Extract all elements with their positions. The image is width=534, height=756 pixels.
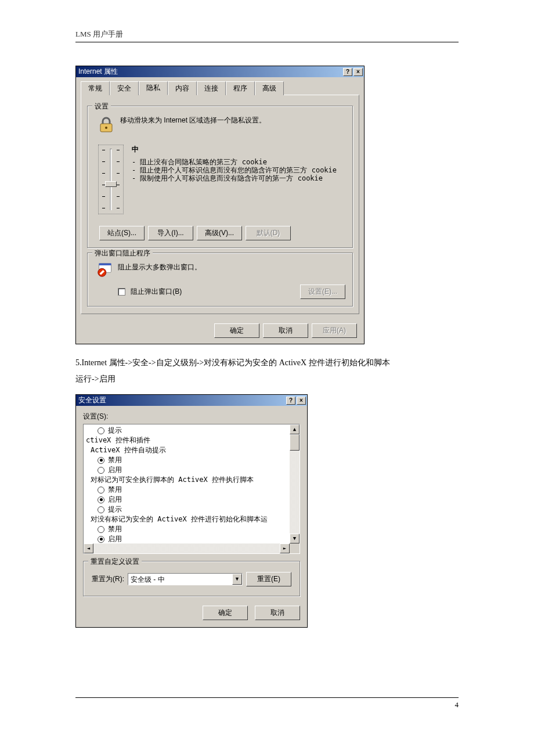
privacy-bullet: 阻止没有合同隐私策略的第三方 cookie	[132, 158, 337, 166]
reset-label: 重置为(R):	[92, 574, 124, 584]
dialog-title: Internet 属性	[78, 67, 342, 77]
tab-general[interactable]: 常规	[81, 81, 110, 95]
privacy-level-text: 中 阻止没有合同隐私策略的第三方 cookie 阻止使用个人可标识信息而没有您的…	[132, 145, 337, 214]
cancel-button[interactable]: 取消	[263, 323, 308, 338]
popup-checkbox-row[interactable]: 阻止弹出窗口(B)	[118, 287, 182, 297]
vertical-scrollbar[interactable]: ▲ ▼	[290, 424, 300, 543]
settings-group-title: 设置	[92, 102, 111, 111]
titlebar: Internet 属性 ? ×	[76, 66, 364, 77]
popup-settings-button[interactable]: 设置(E)...	[300, 285, 345, 299]
close-button[interactable]: ×	[353, 68, 363, 76]
privacy-level: 中	[132, 145, 337, 154]
ok-button[interactable]: 确定	[203, 606, 248, 620]
popup-checkbox-label: 阻止弹出窗口(B)	[131, 287, 182, 296]
security-settings-dialog: 安全设置 ? × 设置(S): 提示 ctiveX 控件和插件 ActiveX …	[75, 394, 308, 628]
reset-button[interactable]: 重置(E)	[246, 572, 291, 586]
step-text: 5.Internet 属性->安全->自定义级别->对没有标记为安全的 Acti…	[75, 355, 459, 387]
popup-checkbox[interactable]	[118, 288, 125, 296]
reset-group: 重置自定义设置 重置为(R): 安全级 - 中 ▼ 重置(E)	[83, 561, 300, 596]
reset-group-title: 重置自定义设置	[88, 557, 142, 567]
combo-value: 安全级 - 中	[128, 574, 232, 585]
radio-option[interactable]: 禁用	[84, 485, 290, 495]
radio-option[interactable]: 禁用	[84, 524, 290, 534]
popup-group-title: 弹出窗口阻止程序	[92, 249, 153, 258]
radio-option[interactable]: 启用	[84, 465, 290, 475]
import-button[interactable]: 导入(I)...	[148, 226, 193, 240]
tree-category: ctiveX 控件和插件	[84, 435, 290, 445]
radio-option[interactable]: 禁用	[84, 455, 290, 465]
slider-thumb[interactable]	[105, 181, 117, 187]
doc-header: LMS 用户手册	[75, 29, 459, 42]
tab-advanced[interactable]: 高级	[255, 81, 284, 95]
reset-level-combo[interactable]: 安全级 - 中 ▼	[128, 573, 243, 585]
tab-security[interactable]: 安全	[110, 81, 139, 95]
page-number: 4	[75, 697, 459, 710]
horizontal-scrollbar[interactable]: ◄ ►	[84, 543, 300, 553]
radio-option[interactable]: 启用	[84, 495, 290, 505]
scrollbar-thumb[interactable]	[290, 434, 300, 451]
tree-subcategory: 对标记为可安全执行脚本的 ActiveX 控件执行脚本	[84, 475, 290, 485]
help-button[interactable]: ?	[286, 397, 295, 405]
popup-blocker-group: 弹出窗口阻止程序 阻止显示大多数弹出窗口。 阻止弹出窗口(B)	[87, 253, 353, 307]
internet-properties-dialog: Internet 属性 ? × 常规 安全 隐私 内容 连接 程序 高级 设置	[75, 66, 365, 344]
svg-point-1	[105, 127, 107, 129]
settings-group: 设置 移动滑块来为 Internet 区域选择一个隐私设置。	[87, 106, 353, 248]
ok-button[interactable]: 确定	[214, 323, 259, 338]
advanced-button[interactable]: 高级(V)...	[197, 226, 242, 240]
privacy-bullet: 阻止使用个人可标识信息而没有您的隐含许可的第三方 cookie	[132, 166, 337, 174]
tree-subcategory: ActiveX 控件自动提示	[84, 445, 290, 455]
popup-desc: 阻止显示大多数弹出窗口。	[118, 262, 201, 272]
tab-programs[interactable]: 程序	[226, 81, 255, 95]
help-button[interactable]: ?	[343, 68, 352, 76]
sites-button[interactable]: 站点(S)...	[99, 226, 145, 240]
default-button[interactable]: 默认(D)	[246, 226, 291, 240]
tab-body: 设置 移动滑块来为 Internet 区域选择一个隐私设置。	[81, 95, 359, 314]
privacy-icon	[97, 116, 116, 134]
scroll-down-button[interactable]: ▼	[290, 534, 300, 543]
tab-privacy[interactable]: 隐私	[139, 81, 168, 95]
security-settings-listbox[interactable]: 提示 ctiveX 控件和插件 ActiveX 控件自动提示 禁用 启用 对标记…	[83, 424, 300, 554]
settings-label: 设置(S):	[83, 412, 300, 422]
settings-desc: 移动滑块来为 Internet 区域选择一个隐私设置。	[120, 116, 266, 125]
scroll-right-button[interactable]: ►	[280, 543, 290, 553]
close-button[interactable]: ×	[297, 397, 306, 405]
privacy-slider[interactable]	[98, 145, 124, 214]
titlebar: 安全设置 ? ×	[76, 395, 307, 406]
radio-option[interactable]: 启用	[84, 534, 290, 543]
privacy-bullet: 限制使用个人可标识信息而没有隐含许可的第一方 cookie	[132, 174, 337, 182]
dialog-title: 安全设置	[78, 395, 285, 405]
chevron-down-icon[interactable]: ▼	[232, 574, 242, 585]
apply-button[interactable]: 应用(A)	[312, 323, 357, 338]
radio-option[interactable]: 提示	[84, 505, 290, 514]
tab-content[interactable]: 内容	[168, 81, 197, 95]
tab-connections[interactable]: 连接	[197, 81, 226, 95]
popup-blocker-icon	[97, 261, 113, 278]
cancel-button[interactable]: 取消	[255, 606, 300, 620]
tree-subcategory: 对没有标记为安全的 ActiveX 控件进行初始化和脚本运	[84, 514, 290, 524]
svg-rect-3	[99, 264, 111, 266]
tabstrip: 常规 安全 隐私 内容 连接 程序 高级	[76, 77, 364, 95]
scroll-up-button[interactable]: ▲	[290, 424, 300, 434]
scroll-left-button[interactable]: ◄	[84, 543, 93, 553]
radio-option[interactable]: 提示	[84, 426, 290, 435]
